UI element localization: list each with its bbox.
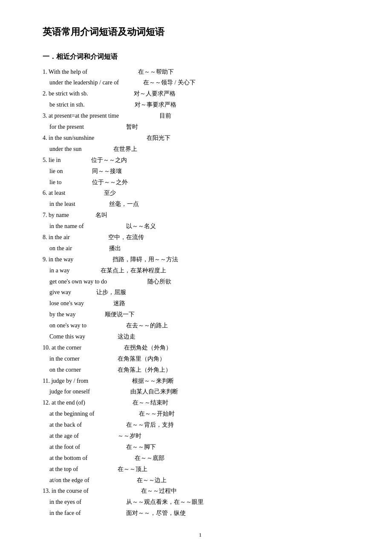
num: 8. xyxy=(43,234,49,240)
entry-line: 2. be strict with sb.对～人要求严格 xyxy=(43,88,358,99)
meaning: 在～～底部 xyxy=(135,455,164,461)
phrase: in the eyes of xyxy=(49,497,113,508)
meaning: 随心所欲 xyxy=(147,278,171,285)
entry-line: at the beginning of在～～开始时 xyxy=(43,408,358,419)
meaning: 在阳光下 xyxy=(147,135,170,141)
phrase: in the way xyxy=(49,254,95,265)
meaning: 在某点上，在某种程度上 xyxy=(101,267,166,274)
main-title: 英语常用介词短语及动词短语 xyxy=(43,26,358,38)
phrase: by the way xyxy=(49,309,96,320)
phrase: judge by / from xyxy=(51,376,115,387)
phrase: at/on the edge of xyxy=(49,475,120,486)
phrase: in the face of xyxy=(49,508,113,519)
entry-line: on one's way to在去～～的路上 xyxy=(43,320,358,331)
meaning: 播出 xyxy=(109,245,121,251)
num: 12. xyxy=(43,399,52,406)
meaning: 对～人要求严格 xyxy=(134,90,176,97)
entry-line: at/on the edge of在～～边上 xyxy=(43,475,358,486)
entry-line: 13. in the course of在～～过程中 xyxy=(43,486,358,497)
meaning: 至少 xyxy=(104,190,116,196)
meaning: 在～～结束时 xyxy=(133,399,168,406)
meaning: ～～岁时 xyxy=(118,433,141,439)
phrase: in the air xyxy=(49,232,95,243)
phrase: in the name of xyxy=(49,221,109,232)
phrase: on the air xyxy=(49,243,96,254)
entry-line: judge for oneself由某人自己来判断 xyxy=(43,386,358,397)
meaning: 在角落里（内角） xyxy=(118,356,165,362)
entry-line: in the eyes of从～～观点看来，在～～眼里 xyxy=(43,497,358,508)
phrase: Come this way xyxy=(49,331,109,342)
entry-line: get one's own way to do随心所欲 xyxy=(43,276,358,287)
entry-line: 5. lie in位于～～之内 xyxy=(43,155,358,166)
num: 11. xyxy=(43,378,51,384)
phrase: lie on xyxy=(49,166,84,177)
phrase: be strict in sth. xyxy=(49,99,118,110)
num: 10. xyxy=(43,344,52,351)
phrase: at present=at the present time xyxy=(49,110,147,121)
entry-line: at the bottom of在～～底部 xyxy=(43,453,358,464)
meaning: 面对～～，尽管，纵使 xyxy=(126,510,186,516)
meaning: 以～～名义 xyxy=(126,223,156,229)
phrase: in the sun/sunshine xyxy=(49,133,121,144)
entry-line: at the age of～～岁时 xyxy=(43,431,358,442)
entry-line: Come this way这边走 xyxy=(43,331,358,342)
content-block: 一．相近介词和介词短语 1. With the help of在～～帮助下 un… xyxy=(43,50,358,519)
meaning: 空中，在流传 xyxy=(108,234,144,240)
phrase: at the end (of) xyxy=(52,397,115,408)
entry-line: lie to位于～～之外 xyxy=(43,177,358,188)
phrase: at the back of xyxy=(49,419,113,431)
phrase: by name xyxy=(49,210,87,221)
page: 英语常用介词短语及动词短语 一．相近介词和介词短语 1. With the he… xyxy=(0,0,392,555)
meaning: 根据～～来判断 xyxy=(132,378,174,384)
entry-line: 8. in the air空中，在流传 xyxy=(43,232,358,243)
num: 5. xyxy=(43,157,49,163)
meaning: 同～～接壤 xyxy=(92,168,122,174)
entry-line: on the corner在角落上（外角上） xyxy=(43,364,358,376)
entry-line: on the air播出 xyxy=(43,243,358,254)
meaning: 在～～顶上 xyxy=(118,466,147,472)
entry-line: 11. judge by / from根据～～来判断 xyxy=(43,376,358,387)
entry-line: in a way在某点上，在某种程度上 xyxy=(43,265,358,276)
entry-line: lie on同～～接壤 xyxy=(43,166,358,177)
meaning: 在～～开始时 xyxy=(139,410,175,417)
meaning: 在世界上 xyxy=(113,146,137,152)
meaning: 在拐角处（外角） xyxy=(124,344,172,351)
num: 3. xyxy=(43,113,49,119)
meaning: 顺便说一下 xyxy=(105,311,135,318)
meaning: 对～事要求严格 xyxy=(135,101,176,108)
meaning: 从～～观点看来，在～～眼里 xyxy=(126,499,204,505)
meaning: 这边走 xyxy=(118,333,135,340)
entry-line: in the least丝毫，一点 xyxy=(43,199,358,210)
phrase: at the bottom of xyxy=(49,453,118,464)
phrase: give way xyxy=(49,287,88,298)
num: 2. xyxy=(43,90,49,97)
entry-line: at the foot of在～～脚下 xyxy=(43,442,358,453)
phrase: in a way xyxy=(49,265,92,276)
num: 6. xyxy=(43,190,49,196)
phrase: lie to xyxy=(49,177,84,188)
phrase: on the corner xyxy=(49,364,105,376)
meaning: 在～～帮助下 xyxy=(138,69,174,75)
phrase: in the least xyxy=(49,199,96,210)
num: 1. xyxy=(43,69,49,75)
meaning: 在去～～的路上 xyxy=(126,322,168,329)
meaning: 在～～领导 / 关心下 xyxy=(143,79,196,86)
meaning: 由某人自己来判断 xyxy=(130,388,178,395)
phrase: at the top of xyxy=(49,464,109,475)
entry-line: 4. in the sun/sunshine在阳光下 xyxy=(43,133,358,144)
meaning: 在～～过程中 xyxy=(141,488,177,494)
phrase: at the foot of xyxy=(49,442,113,453)
phrase: at the age of xyxy=(49,431,109,442)
entry-line: 1. With the help of在～～帮助下 xyxy=(43,66,358,78)
phrase: for the present xyxy=(49,121,109,133)
entry-line: under the sun在世界上 xyxy=(43,144,358,155)
num: 13. xyxy=(43,488,52,494)
phrase: judge for oneself xyxy=(49,386,118,397)
phrase: in the course of xyxy=(52,486,124,497)
meaning: 暂时 xyxy=(126,124,138,130)
entry-line: at the back of在～～背后，支持 xyxy=(43,419,358,431)
entry-line: in the face of面对～～，尽管，纵使 xyxy=(43,508,358,519)
num: 4. xyxy=(43,135,49,141)
meaning: 名叫 xyxy=(95,212,107,218)
meaning: 挡路，障碍，用～～方法 xyxy=(112,256,178,263)
